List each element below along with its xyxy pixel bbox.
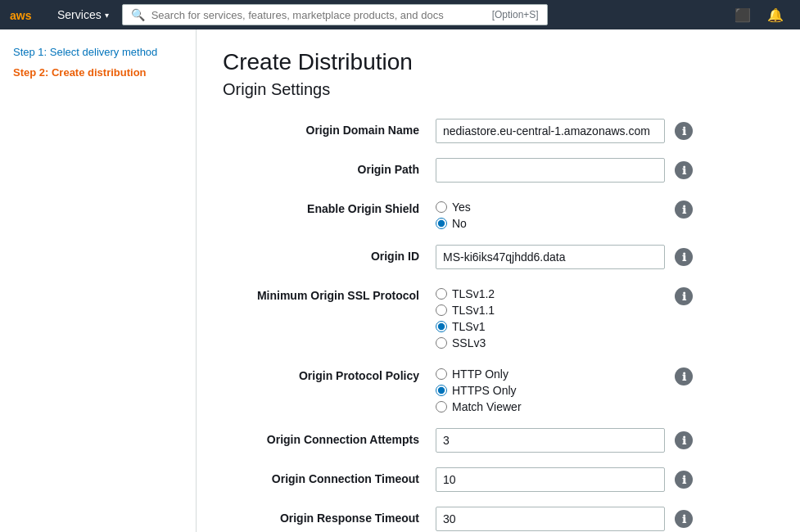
origin-response-timeout-control [436,507,665,531]
origin-connection-attempts-label: Origin Connection Attempts [223,428,436,446]
origin-connection-timeout-info-icon[interactable]: ℹ [675,471,693,489]
cloud-shell-button[interactable]: ⬛ [728,4,757,26]
origin-domain-name-input[interactable] [436,119,665,143]
origin-connection-timeout-label: Origin Connection Timeout [223,467,436,485]
minimum-ssl-protocol-label: Minimum Origin SSL Protocol [223,284,436,302]
origin-response-timeout-input[interactable] [436,507,665,531]
aws-logo[interactable]: aws [10,5,41,25]
protocol-http-only-radio[interactable] [436,368,447,380]
protocol-https-only-radio[interactable] [436,385,447,396]
minimum-ssl-protocol-info-icon[interactable]: ℹ [675,287,693,305]
origin-shield-yes-radio[interactable] [436,201,447,213]
sidebar-step1[interactable]: Step 1: Select delivery method [13,46,183,58]
origin-id-info-icon[interactable]: ℹ [675,248,693,266]
services-menu-button[interactable]: Services ▾ [51,5,115,25]
origin-path-info-icon[interactable]: ℹ [675,161,693,179]
origin-connection-attempts-row: Origin Connection Attempts ℹ [223,428,774,453]
ssl-tlsv11-option[interactable]: TLSv1.1 [436,304,665,317]
search-input[interactable] [151,9,486,21]
minimum-ssl-protocol-control: TLSv1.2 TLSv1.1 TLSv1 SSLv3 [436,284,665,349]
search-shortcut: [Option+S] [492,9,539,20]
ssl-tlsv12-radio[interactable] [436,288,447,300]
search-icon: 🔍 [131,8,145,21]
origin-domain-name-label: Origin Domain Name [223,119,436,137]
origin-id-row: Origin ID ℹ [223,245,774,269]
minimum-ssl-protocol-row: Minimum Origin SSL Protocol TLSv1.2 TLSv… [223,284,774,349]
origin-shield-yes-option[interactable]: Yes [436,201,665,214]
origin-protocol-policy-row: Origin Protocol Policy HTTP Only HTTPS O… [223,364,774,413]
origin-connection-attempts-info-icon[interactable]: ℹ [675,431,693,449]
ssl-sslv3-radio[interactable] [436,337,447,349]
protocol-match-viewer-radio[interactable] [436,401,447,413]
origin-path-row: Origin Path ℹ [223,158,774,183]
origin-response-timeout-row: Origin Response Timeout ℹ [223,507,774,531]
origin-response-timeout-info-icon[interactable]: ℹ [675,510,693,528]
origin-connection-timeout-row: Origin Connection Timeout ℹ [223,467,774,492]
origin-protocol-policy-info-icon[interactable]: ℹ [675,367,693,385]
notifications-button[interactable]: 🔔 [761,4,790,26]
services-label: Services [57,8,102,21]
origin-protocol-policy-label: Origin Protocol Policy [223,364,436,382]
origin-id-label: Origin ID [223,245,436,263]
enable-origin-shield-control: Yes No [436,197,665,230]
origin-path-label: Origin Path [223,158,436,176]
ssl-tlsv11-radio[interactable] [436,304,447,316]
origin-domain-name-control [436,119,665,143]
origin-shield-no-radio[interactable] [436,218,447,229]
protocol-http-only-option[interactable]: HTTP Only [436,367,665,381]
ssl-tlsv1-option[interactable]: TLSv1 [436,320,665,333]
origin-path-control [436,158,665,183]
origin-path-input[interactable] [436,158,665,183]
nav-icons: ⬛ 🔔 [728,4,790,26]
section-title: Origin Settings [223,80,774,99]
chevron-down-icon: ▾ [105,11,109,20]
top-navigation: aws Services ▾ 🔍 [Option+S] ⬛ 🔔 [0,0,800,29]
protocol-https-only-option[interactable]: HTTPS Only [436,384,665,397]
origin-domain-name-info-icon[interactable]: ℹ [675,122,693,140]
ssl-sslv3-option[interactable]: SSLv3 [436,336,665,349]
svg-text:aws: aws [10,9,32,22]
enable-origin-shield-row: Enable Origin Shield Yes No ℹ [223,197,774,230]
page-title: Create Distribution [223,49,774,75]
origin-response-timeout-label: Origin Response Timeout [223,507,436,525]
origin-connection-attempts-input[interactable] [436,428,665,453]
origin-connection-attempts-control [436,428,665,453]
global-search-bar: 🔍 [Option+S] [122,4,548,25]
main-content: Create Distribution Origin Settings Orig… [197,29,800,532]
enable-origin-shield-info-icon[interactable]: ℹ [675,201,693,219]
origin-connection-timeout-input[interactable] [436,467,665,492]
main-layout: Step 1: Select delivery method Step 2: C… [0,29,800,532]
ssl-tlsv1-radio[interactable] [436,321,447,332]
sidebar-step2[interactable]: Step 2: Create distribution [13,66,183,79]
origin-connection-timeout-control [436,467,665,492]
ssl-tlsv12-option[interactable]: TLSv1.2 [436,287,665,300]
sidebar: Step 1: Select delivery method Step 2: C… [0,29,197,532]
origin-protocol-policy-control: HTTP Only HTTPS Only Match Viewer [436,364,665,413]
origin-shield-no-option[interactable]: No [436,217,665,230]
origin-id-control [436,245,665,269]
origin-domain-name-row: Origin Domain Name ℹ [223,119,774,143]
enable-origin-shield-label: Enable Origin Shield [223,197,436,215]
protocol-match-viewer-option[interactable]: Match Viewer [436,400,665,413]
origin-id-input[interactable] [436,245,665,269]
